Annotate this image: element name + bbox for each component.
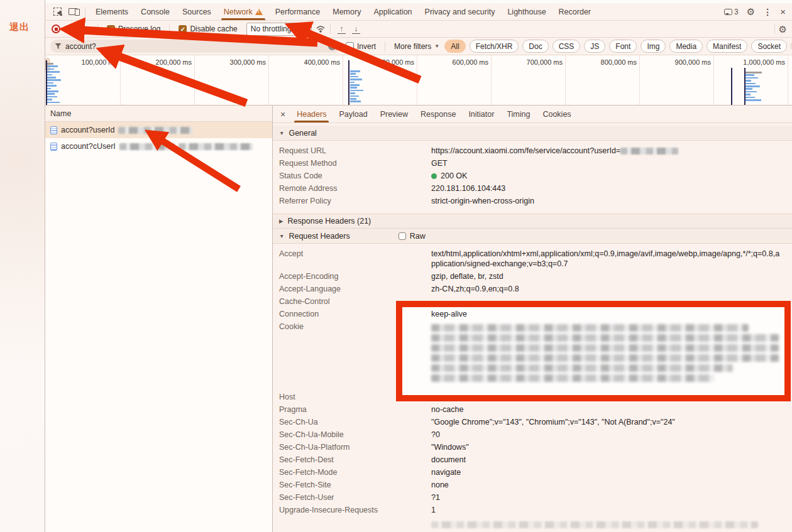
waterfall-bar (47, 82, 53, 84)
header-name: Sec-Ch-Ua-Platform (273, 442, 431, 452)
timeline-label: 700,000 ms (493, 58, 563, 66)
general-rows: Request URLhttps://account.xiaomi.com/fe… (273, 141, 792, 207)
status-green-dot (431, 173, 437, 179)
tab-console[interactable]: Console (135, 3, 176, 20)
details-tab-preview[interactable]: Preview (374, 106, 414, 122)
request-row[interactable]: account?cUserI (45, 138, 272, 155)
details-tab-initiator[interactable]: Initiator (462, 106, 500, 122)
details-tab-payload[interactable]: Payload (333, 106, 373, 122)
header-value: keep-alive (431, 309, 792, 319)
tab-memory[interactable]: Memory (326, 3, 367, 20)
request-header-row: Sec-Fetch-Sitenone (273, 479, 792, 491)
tab-label: Network (224, 8, 253, 16)
request-row[interactable]: account?userId (45, 122, 272, 138)
raw-checkbox[interactable]: Raw (399, 232, 426, 241)
divider (774, 24, 775, 34)
details-tab-timing[interactable]: Timing (500, 106, 536, 122)
clear-filter-icon[interactable]: × (328, 42, 336, 50)
response-headers-section-header[interactable]: ▶ Response Headers (21) (273, 214, 792, 229)
filter-chip-font[interactable]: Font (609, 40, 637, 53)
import-har-icon[interactable]: ↑ (338, 24, 346, 34)
request-headers-section-header[interactable]: ▼ Request Headers Raw (273, 229, 792, 244)
network-conditions-icon[interactable] (316, 24, 326, 33)
waterfall-bar (47, 79, 61, 81)
tab-label: Elements (96, 8, 128, 16)
filter-chip-css[interactable]: CSS (553, 40, 581, 53)
logout-link[interactable]: 退出 (9, 21, 30, 33)
waterfall-bar (350, 87, 357, 89)
waterfall-bar (47, 102, 60, 104)
header-value: 200 OK (431, 171, 792, 181)
filter-chip-manifest[interactable]: Manifest (707, 40, 747, 53)
inspect-element-icon[interactable] (53, 8, 62, 16)
timeline-gridline (194, 55, 195, 105)
filter-chip-doc[interactable]: Doc (522, 40, 548, 53)
filter-chip-all[interactable]: All (444, 40, 465, 53)
more-menu-icon[interactable]: ⋮ (763, 7, 772, 17)
divider (330, 24, 331, 34)
tab-network[interactable]: Network (217, 3, 269, 20)
header-value: navigate (431, 467, 792, 477)
device-toolbar-icon[interactable] (69, 8, 77, 15)
tab-label: Recorder (559, 8, 591, 16)
timeline-label: 400,000 ms (271, 58, 340, 66)
settings-gear-icon[interactable]: ⚙ (747, 7, 755, 16)
request-header-row: Sec-Fetch-Modenavigate (273, 466, 792, 479)
header-name: Accept (273, 249, 431, 269)
header-name: Accept-Encoding (273, 271, 431, 281)
request-header-row (273, 516, 792, 529)
header-value: document (431, 455, 792, 465)
record-network-log-button[interactable] (52, 24, 60, 33)
tab-label: Privacy and security (425, 8, 495, 16)
redacted-text (179, 143, 253, 150)
timeline-gridline (268, 55, 269, 105)
chevron-down-icon: ▼ (434, 43, 439, 49)
waterfall-bar (47, 88, 51, 90)
close-devtools-icon[interactable]: × (780, 6, 786, 17)
close-details-icon[interactable]: × (280, 109, 285, 119)
tab-lighthouse[interactable]: Lighthouse (501, 3, 552, 20)
details-tab-cookies[interactable]: Cookies (536, 106, 577, 122)
requests-pane: Name account?userIdaccount?cUserI (45, 106, 273, 532)
timeline-label: 800,000 ms (568, 58, 637, 66)
disable-cache-checkbox[interactable]: ✓ Disable cache (179, 24, 237, 33)
tab-sources[interactable]: Sources (176, 3, 217, 20)
header-value-text: https://account.xiaomi.com/fe/service/ac… (431, 146, 620, 155)
header-name: Request URL (273, 146, 431, 156)
tab-elements[interactable]: Elements (89, 3, 135, 20)
header-name (273, 518, 431, 528)
filter-chip-socket[interactable]: Socket (751, 40, 787, 53)
filter-chip-img[interactable]: Img (641, 40, 666, 53)
network-filter-bar: account? × Invert More filters ▼ AllFetc… (45, 38, 792, 55)
waterfall-bar (47, 96, 57, 98)
filter-input[interactable]: account? × (50, 40, 341, 53)
tab-recorder[interactable]: Recorder (553, 3, 597, 20)
waterfall-marker-line (348, 60, 349, 105)
timeline-label: 300,000 ms (197, 58, 266, 66)
triangle-expanded-icon: ▼ (279, 233, 284, 239)
name-column-header[interactable]: Name (45, 106, 272, 122)
network-settings-gear-icon[interactable]: ⚙ (779, 24, 787, 34)
general-section-header[interactable]: ▼ General (273, 126, 792, 141)
clear-network-log-icon[interactable] (70, 26, 77, 33)
more-filters-dropdown[interactable]: More filters ▼ (394, 42, 439, 51)
filter-chip-fetch-xhr[interactable]: Fetch/XHR (470, 40, 519, 53)
search-icon[interactable] (84, 26, 89, 31)
details-tab-headers[interactable]: Headers (290, 106, 333, 122)
invert-checkbox[interactable]: Invert (346, 42, 376, 51)
filter-chip-media[interactable]: Media (669, 40, 703, 53)
raw-label: Raw (410, 232, 426, 241)
redacted-cookie-line (431, 374, 714, 382)
preserve-log-checkbox[interactable]: ✓ Preserve log (107, 24, 160, 33)
export-har-icon[interactable]: ↓ (352, 24, 360, 34)
network-overview-timeline[interactable]: 100,000 ms200,000 ms300,000 ms400,000 ms… (45, 55, 792, 106)
tab-application[interactable]: Application (367, 3, 418, 20)
devtools-panel: ElementsConsoleSourcesNetworkPerformance… (45, 0, 792, 532)
messages-icon[interactable]: 3 (724, 8, 739, 16)
throttling-select[interactable]: No throttling ▼ (246, 23, 312, 36)
header-value: gzip, deflate, br, zstd (431, 271, 792, 281)
tab-privacy-and-security[interactable]: Privacy and security (419, 3, 502, 20)
tab-performance[interactable]: Performance (269, 3, 327, 20)
filter-chip-js[interactable]: JS (584, 40, 605, 53)
details-tab-response[interactable]: Response (414, 106, 462, 122)
